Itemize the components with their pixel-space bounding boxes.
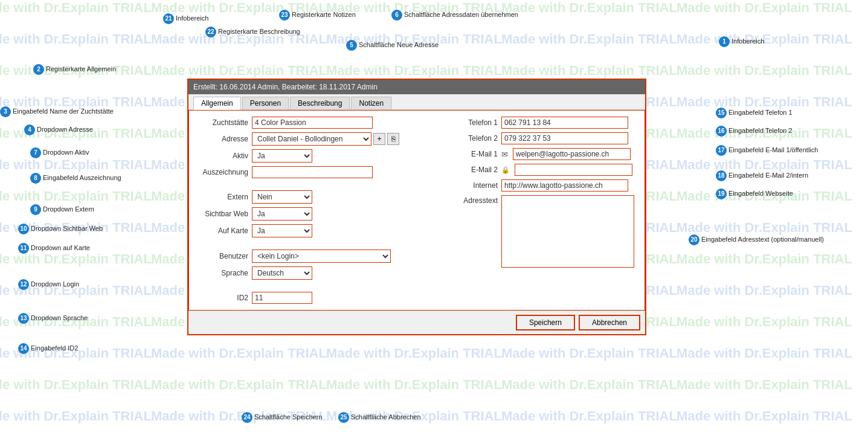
annotation-17: 17Eingabefeld E-Mail 1/öffentlich xyxy=(716,145,818,156)
form-left: Zuchtstätte Adresse Collet Daniel - Boll… xyxy=(194,117,452,304)
input-email2[interactable] xyxy=(515,164,632,176)
dropdown-sichtbar-web[interactable]: Ja Nein xyxy=(252,207,312,221)
row-extern: Extern Nein Ja xyxy=(194,190,452,204)
label-email2: E-Mail 2 xyxy=(458,166,498,174)
label-zuchtstatte: Zuchtstätte xyxy=(194,118,248,127)
label-internet: Internet xyxy=(458,181,498,190)
form-body: Zuchtstätte Adresse Collet Daniel - Boll… xyxy=(188,110,645,311)
tab-bar: Allgemein Personen Beschreibung Notizen xyxy=(188,94,645,110)
annotation-20: 20Eingabefeld Adresstext (optional/manue… xyxy=(689,234,824,245)
dropdown-auf-karte[interactable]: Ja Nein xyxy=(252,224,312,237)
row-telefon2: Telefon 2 xyxy=(458,132,640,144)
annotation-12: 12Dropdown Login xyxy=(18,279,79,290)
row-adresstext: Adresstext xyxy=(458,195,640,268)
annotation-11: 11Dropdown auf Karte xyxy=(18,243,90,254)
label-auszeichnung: Auszeichnung xyxy=(194,168,248,176)
annotation-2: 2Registerkarte Allgemein xyxy=(33,64,116,75)
btn-copy-address[interactable]: ⎘ xyxy=(387,133,399,145)
row-internet: Internet xyxy=(458,179,640,192)
annotation-23: 23Registerkarte Notizen xyxy=(279,10,356,21)
annotation-8: 8Eingabefeld Auszeichnung xyxy=(30,173,121,184)
label-benutzer: Benutzer xyxy=(194,252,248,260)
page-content: 21Infobereich 22Registerkarte Beschreibu… xyxy=(0,0,868,435)
annotation-9: 9Dropdown Extern xyxy=(30,204,94,215)
label-id2: ID2 xyxy=(194,294,248,302)
label-aktiv: Aktiv xyxy=(194,152,248,160)
btn-add-address[interactable]: + xyxy=(373,133,385,145)
address-row: Collet Daniel - Bollodingen + ⎘ xyxy=(252,132,399,146)
tab-beschreibung[interactable]: Beschreibung xyxy=(290,97,350,109)
form-right: Telefon 1 Telefon 2 E-Mail 1 ✉ E-Mail 2 … xyxy=(458,117,640,304)
label-sprache: Sprache xyxy=(194,269,248,277)
header-text: Erstellt: 16.06.2014 Admin, Bearbeitet: … xyxy=(193,83,378,91)
input-auszeichnung[interactable] xyxy=(252,166,373,178)
dialog-header: Erstellt: 16.06.2014 Admin, Bearbeitet: … xyxy=(188,80,645,94)
row-adresse: Adresse Collet Daniel - Bollodingen + ⎘ xyxy=(194,132,452,146)
row-zuchtstatte: Zuchtstätte xyxy=(194,117,452,129)
label-extern: Extern xyxy=(194,193,248,201)
input-email1[interactable] xyxy=(513,148,631,160)
label-telefon1: Telefon 1 xyxy=(458,118,498,127)
row-benutzer: Benutzer <kein Login> xyxy=(194,250,452,263)
annotation-5: 5Schaltfläche Neue Adresse xyxy=(346,40,439,51)
dropdown-login[interactable]: <kein Login> xyxy=(252,250,391,263)
label-auf-karte: Auf Karte xyxy=(194,227,248,235)
row-email1: E-Mail 1 ✉ xyxy=(458,148,640,160)
email2-icon: 🔒 xyxy=(501,166,510,174)
textarea-adresstext[interactable] xyxy=(501,195,634,268)
annotation-13: 13Dropdown Sprache xyxy=(18,313,88,324)
annotation-7: 7Dropdown Aktiv xyxy=(30,147,89,158)
annotation-16: 16Eingabefeld Telefon 2 xyxy=(716,126,792,137)
row-id2: ID2 xyxy=(194,292,452,304)
label-email1: E-Mail 1 xyxy=(458,150,498,158)
annotation-24: 24Schaltfläche Speichern xyxy=(242,412,323,423)
dropdown-sprache[interactable]: Deutsch English xyxy=(252,266,312,280)
row-auszeichnung: Auszeichnung xyxy=(194,166,452,178)
input-zuchtstatte[interactable] xyxy=(252,117,373,129)
annotation-1: 1Infobereich xyxy=(719,36,764,47)
dialog: Erstellt: 16.06.2014 Admin, Bearbeitet: … xyxy=(187,79,646,335)
annotation-6: 6Schaltfläche Adressdaten übernehmen xyxy=(391,10,518,21)
annotation-3: 3Eingabefeld Name der Zuchtstätte xyxy=(0,106,114,117)
btn-row: Speichern Abbrechen xyxy=(188,311,645,334)
annotation-18: 18Eingabefeld E-Mail 2/intern xyxy=(716,170,808,181)
row-email2: E-Mail 2 🔒 xyxy=(458,164,640,176)
dropdown-adresse[interactable]: Collet Daniel - Bollodingen xyxy=(252,132,371,146)
annotation-22: 22Registerkarte Beschreibung xyxy=(205,27,300,37)
tab-notizen[interactable]: Notizen xyxy=(351,97,391,109)
input-telefon1[interactable] xyxy=(501,117,628,129)
label-adresstext: Adresstext xyxy=(458,196,498,205)
label-sichtbar-web: Sichtbar Web xyxy=(194,210,248,218)
save-button[interactable]: Speichern xyxy=(516,315,575,330)
dropdown-extern[interactable]: Nein Ja xyxy=(252,190,312,204)
tab-allgemein[interactable]: Allgemein xyxy=(193,97,241,110)
annotation-25: 25Schaltfläche Abbrechen xyxy=(338,412,421,423)
row-aktiv: Aktiv Ja Nein xyxy=(194,149,452,163)
label-telefon2: Telefon 2 xyxy=(458,134,498,143)
row-sprache: Sprache Deutsch English xyxy=(194,266,452,280)
row-sichtbar-web: Sichtbar Web Ja Nein xyxy=(194,207,452,221)
row-telefon1: Telefon 1 xyxy=(458,117,640,129)
annotation-4: 4Dropdown Adresse xyxy=(24,124,93,135)
email1-icon: ✉ xyxy=(501,150,508,159)
annotation-21: 21Infobereich xyxy=(163,13,208,24)
annotation-19: 19Eingabefeld Webseite xyxy=(716,188,793,199)
dropdown-aktiv[interactable]: Ja Nein xyxy=(252,149,312,163)
input-internet[interactable] xyxy=(501,179,628,192)
tab-personen[interactable]: Personen xyxy=(242,97,289,109)
input-telefon2[interactable] xyxy=(501,132,628,144)
row-auf-karte: Auf Karte Ja Nein xyxy=(194,224,452,237)
input-id2[interactable] xyxy=(252,292,312,304)
annotation-15: 15Eingabefeld Telefon 1 xyxy=(716,108,792,118)
annotation-14: 14Eingabefeld ID2 xyxy=(18,343,78,354)
label-adresse: Adresse xyxy=(194,135,248,143)
annotation-10: 10Dropdown Sichtbar Web xyxy=(18,224,103,234)
cancel-button[interactable]: Abbrechen xyxy=(579,315,640,330)
